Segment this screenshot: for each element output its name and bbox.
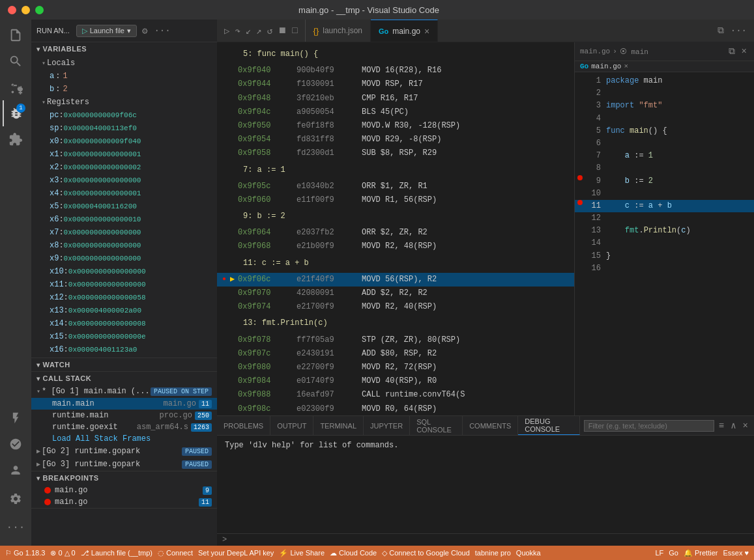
status-go-version[interactable]: ⚐ Go 1.18.3 (5, 549, 45, 557)
debug-stop-btn[interactable]: ⏹ (276, 24, 289, 37)
debug-step-over-btn[interactable]: ↷ (233, 24, 242, 38)
load-all-frames-button[interactable]: Load All Stack Frames (31, 433, 217, 445)
call-stack-header[interactable]: ▾ CALL STACK (31, 372, 217, 385)
window-controls[interactable] (8, 6, 44, 14)
tab-output[interactable]: OUTPUT (270, 416, 313, 435)
reg-x12[interactable]: x12: 0x0000000000000058 (31, 291, 217, 304)
disasm-9f08c[interactable]: 0x9f08c e02300f9 MOVD R0, 64(RSP) (217, 402, 574, 416)
disasm-9f040[interactable]: 0x9f040 900b40f9 MOVD 16(R28), R16 (217, 64, 574, 77)
disasm-9f058[interactable]: 0x9f058 fd2300d1 SUB $8, RSP, R29 (217, 147, 574, 160)
disasm-9f054[interactable]: 0x9f054 fd831ff8 MOVD R29, -8(RSP) (217, 133, 574, 147)
disasm-9f080[interactable]: 0x9f080 e22700f9 MOVD R2, 72(RSP) (217, 361, 574, 374)
status-google-cloud[interactable]: ◇ Connect to Google Cloud (382, 549, 470, 557)
tab-main-go-close[interactable]: × (424, 26, 429, 36)
disasm-9f074[interactable]: 0x9f074 e21700f9 MOVD R2, 40(RSP) (217, 300, 574, 314)
disasm-9f048[interactable]: 0x9f048 3f0210eb CMP R16, R17 (217, 92, 574, 105)
frame-runtime-goexit[interactable]: runtime.goexit asm_arm64.s 1263 (31, 421, 217, 433)
close-window-btn[interactable] (8, 6, 16, 14)
console-input[interactable] (229, 535, 749, 544)
code-pane-close-icon[interactable]: × (740, 45, 749, 58)
tab-launch-json[interactable]: {} launch.json (306, 20, 371, 42)
thread-1[interactable]: ▾ * [Go 1] main.main (... PAUSED ON STEP (31, 385, 217, 398)
disasm-9f084[interactable]: 0x9f084 e01740f9 MOVD 40(RSP), R0 (217, 374, 574, 388)
filter-list-icon[interactable]: ≡ (717, 419, 726, 432)
reg-x15[interactable]: x15: 0x000000000000000e (31, 330, 217, 343)
activity-search[interactable] (3, 48, 29, 74)
disasm-9f044[interactable]: 0x9f044 f1030091 MOVD RSP, R17 (217, 77, 574, 91)
main-go-tab-close-right[interactable]: × (624, 63, 628, 70)
debug-step-into-btn[interactable]: ↙ (244, 24, 253, 38)
disasm-9f088[interactable]: 0x9f088 16eafd97 CALL runtime.convT64(S (217, 388, 574, 402)
disasm-9f064[interactable]: 0x9f064 e2037fb2 ORR $2, ZR, R2 (217, 226, 574, 240)
reg-x10[interactable]: x10: 0x0000000000000000 (31, 265, 217, 278)
tab-jupyter[interactable]: JUPYTER (364, 416, 410, 435)
status-essex[interactable]: Essex ♥ (723, 549, 749, 557)
debug-console[interactable]: Type 'dlv help' for list of commands. (217, 436, 754, 533)
filter-input[interactable] (584, 420, 714, 432)
bp-row-1[interactable]: main.go 9 (31, 484, 217, 496)
reg-x16[interactable]: x16: 0x000004001123a0 (31, 343, 217, 356)
debug-continue-btn[interactable]: ▷ (222, 24, 231, 38)
more-tabs-icon[interactable]: ··· (729, 24, 749, 37)
thread-3[interactable]: ▶ [Go 3] runtime.gopark PAUSED (31, 458, 217, 471)
reg-x0[interactable]: x0: 0x000000000009f040 (31, 135, 217, 148)
activity-test[interactable] (3, 405, 29, 431)
var-b[interactable]: b : 2 (31, 83, 217, 96)
disasm-9f06c[interactable]: ● ▶ 0x9f06c e21f40f9 MOVD 56(RSP), R2 (217, 273, 574, 287)
tab-problems[interactable]: PROBLEMS (217, 416, 270, 435)
status-errors[interactable]: ⊗ 0 △ 0 (50, 549, 75, 557)
frame-main-main[interactable]: main.main main.go 11 (31, 398, 217, 410)
activity-source-control[interactable] (3, 74, 29, 100)
activity-extensions[interactable] (3, 126, 29, 152)
status-tabnine[interactable]: tabnine pro (475, 549, 511, 557)
bp-row-2[interactable]: main.go 11 (31, 496, 217, 508)
reg-x8[interactable]: x8: 0x0000000000000000 (31, 239, 217, 252)
gutter-9[interactable] (575, 175, 585, 180)
thread-2[interactable]: ▶ [Go 2] runtime.gopark PAUSED (31, 445, 217, 458)
reg-x13[interactable]: x13: 0x000004000002a00 (31, 304, 217, 317)
disasm-9f070[interactable]: 0x9f070 42080091 ADD $2, R2, R2 (217, 287, 574, 300)
debug-disconnect-btn[interactable]: □ (290, 24, 299, 37)
settings-icon[interactable]: ⚙ (141, 24, 149, 38)
debug-step-out-btn[interactable]: ↗ (254, 24, 263, 38)
disasm-9f04c[interactable]: 0x9f04c a9050054 BLS 45(PC) (217, 105, 574, 119)
reg-x6[interactable]: x6: 0x0000000000000010 (31, 213, 217, 226)
disasm-9f078[interactable]: 0x9f078 ff7f05a9 STP (ZR, ZR), 80(RSP) (217, 333, 574, 347)
activity-remote[interactable] (3, 431, 29, 457)
reg-x9[interactable]: x9: 0x0000000000000000 (31, 252, 217, 265)
reg-sp[interactable]: sp: 0x000004000113ef0 (31, 122, 217, 135)
frame-runtime-main[interactable]: runtime.main proc.go 250 (31, 410, 217, 421)
tab-terminal[interactable]: TERMINAL (313, 416, 364, 435)
watch-header[interactable]: ▾ WATCH (31, 358, 217, 371)
status-launch-file[interactable]: ⎇ Launch file (__tmp) (81, 549, 152, 557)
reg-x14[interactable]: x14: 0x0000000000000008 (31, 317, 217, 330)
status-cloud-code[interactable]: ☁ Cloud Code (330, 549, 377, 557)
tab-comments[interactable]: COMMENTS (463, 416, 518, 435)
variables-header[interactable]: ▾ VARIABLES (31, 42, 217, 55)
reg-x3[interactable]: x3: 0x0000000000000000 (31, 174, 217, 187)
reg-x5[interactable]: x5: 0x000004000116200 (31, 200, 217, 213)
debug-restart-btn[interactable]: ↺ (265, 24, 274, 38)
activity-debug[interactable]: 1 (3, 100, 29, 126)
reg-x11[interactable]: x11: 0x0000000000000000 (31, 278, 217, 291)
disasm-9f05c[interactable]: 0x9f05c e10340b2 ORR $1, ZR, R1 (217, 180, 574, 193)
more-icon[interactable]: ··· (152, 24, 171, 37)
maximize-window-btn[interactable] (35, 6, 44, 14)
disasm-9f07c[interactable]: 0x9f07c e2430191 ADD $80, RSP, R2 (217, 347, 574, 361)
activity-explorer[interactable] (3, 22, 29, 48)
panel-chevron-up-icon[interactable]: ∧ (729, 419, 738, 432)
reg-x1[interactable]: x1: 0x0000000000000001 (31, 148, 217, 161)
registers-group[interactable]: ▾ Registers (31, 96, 217, 109)
status-lf[interactable]: LF (655, 549, 663, 557)
activity-settings[interactable] (3, 486, 29, 512)
reg-x4[interactable]: x4: 0x0000000000000001 (31, 187, 217, 200)
status-prettier[interactable]: 🔔 Prettier (684, 549, 718, 557)
breakpoints-header[interactable]: ▾ BREAKPOINTS (31, 471, 217, 484)
gutter-11[interactable] (575, 200, 585, 205)
tab-debug-console[interactable]: DEBUG CONSOLE (518, 416, 579, 435)
launch-file-button[interactable]: ▷ Launch file ▾ (76, 25, 137, 37)
code-pane-split-icon[interactable]: ⧉ (727, 45, 737, 58)
status-connect[interactable]: ◌ Connect (158, 549, 193, 557)
reg-pc[interactable]: pc: 0x00000000009f06c (31, 109, 217, 122)
tab-sql-console[interactable]: SQL CONSOLE (410, 416, 463, 435)
